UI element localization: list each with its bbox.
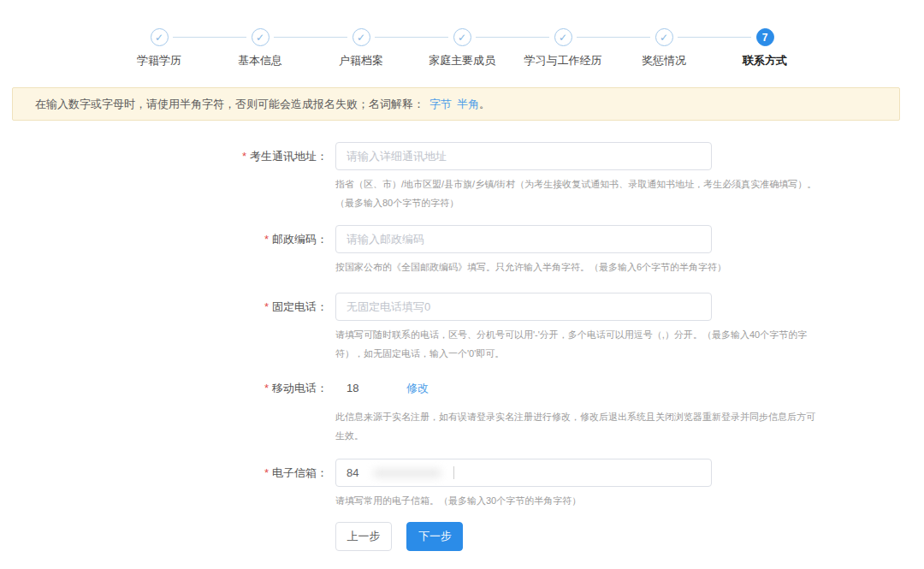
step-5-experience[interactable]: ✓ 学习与工作经历 [512, 28, 613, 68]
address-input[interactable] [335, 142, 712, 170]
step-1-education[interactable]: ✓ 学籍学历 [109, 28, 210, 68]
step-label: 奖惩情况 [642, 53, 686, 68]
required-asterisk: * [264, 233, 269, 246]
prev-step-button[interactable]: 上一步 [335, 522, 392, 551]
mobile-label: 移动电话： [272, 382, 328, 394]
mobile-value: 18 [346, 382, 358, 394]
step-circle: 7 [756, 28, 774, 46]
notice-banner: 在输入数字或字母时，请使用半角字符，否则可能会造成报名失败；名词解释：字节半角。 [12, 87, 900, 121]
notice-text: 在输入数字或字母时，请使用半角字符，否则可能会造成报名失败；名词解释： [35, 97, 424, 112]
text-cursor [453, 466, 454, 479]
postcode-input[interactable] [335, 225, 712, 253]
step-number: 7 [762, 32, 768, 44]
step-label: 学籍学历 [137, 53, 181, 68]
field-postcode: *邮政编码： 按国家公布的《全国邮政编码》填写。只允许输入半角字符。（最多输入6… [0, 225, 924, 276]
step-label: 基本信息 [238, 53, 282, 68]
required-asterisk: * [264, 382, 269, 394]
field-email: *电子信箱： 请填写常用的电子信箱。（最多输入30个字节的半角字符） [0, 459, 924, 510]
step-label: 户籍档案 [339, 53, 383, 68]
field-mobile: *移动电话： 18 修改 此信息来源于实名注册，如有误请登录实名注册进行修改，修… [0, 374, 924, 445]
step-7-contact[interactable]: 7 联系方式 [714, 28, 815, 68]
step-circle: ✓ [453, 28, 471, 46]
byte-link[interactable]: 字节 [429, 97, 452, 112]
required-asterisk: * [264, 466, 269, 479]
form-actions: 上一步 下一步 [0, 522, 924, 551]
required-asterisk: * [242, 150, 246, 163]
check-icon: ✓ [357, 32, 365, 44]
check-icon: ✓ [660, 32, 668, 44]
modify-link[interactable]: 修改 [406, 382, 429, 394]
postcode-help: 按国家公布的《全国邮政编码》填写。只允许输入半角字符。（最多输入6个字节的半角字… [335, 258, 808, 276]
stepper: ✓ 学籍学历 ✓ 基本信息 ✓ 户籍档案 ✓ 家庭主要成员 ✓ 学习与工作经历 … [0, 0, 924, 68]
step-4-family[interactable]: ✓ 家庭主要成员 [412, 28, 512, 68]
check-icon: ✓ [559, 32, 567, 44]
field-address: *考生通讯地址： 指省（区、市）/地市区盟/县市旗/乡镇/街村（为考生接收复试通… [0, 142, 924, 212]
step-6-rewards[interactable]: ✓ 奖惩情况 [613, 28, 714, 68]
step-circle: ✓ [655, 28, 673, 46]
step-label: 学习与工作经历 [524, 53, 602, 68]
censored-blur [374, 469, 441, 477]
check-icon: ✓ [458, 32, 466, 44]
next-step-button[interactable]: 下一步 [406, 522, 463, 551]
step-label: 家庭主要成员 [429, 53, 495, 68]
halfwidth-link[interactable]: 半角 [457, 97, 479, 112]
step-label: 联系方式 [743, 53, 787, 68]
email-label: 电子信箱： [272, 466, 328, 479]
notice-suffix: 。 [479, 97, 490, 112]
step-2-basic-info[interactable]: ✓ 基本信息 [210, 28, 311, 68]
registration-contact-page: ✓ 学籍学历 ✓ 基本信息 ✓ 户籍档案 ✓ 家庭主要成员 ✓ 学习与工作经历 … [0, 0, 924, 569]
contact-form: *考生通讯地址： 指省（区、市）/地市区盟/县市旗/乡镇/街村（为考生接收复试通… [0, 142, 924, 551]
step-circle: ✓ [151, 28, 169, 46]
step-circle: ✓ [554, 28, 572, 46]
required-asterisk: * [264, 300, 269, 313]
landline-label: 固定电话： [272, 300, 328, 313]
postcode-label: 邮政编码： [272, 233, 328, 246]
check-icon: ✓ [256, 32, 264, 44]
step-circle: ✓ [352, 28, 370, 46]
step-3-household[interactable]: ✓ 户籍档案 [311, 28, 412, 68]
landline-input[interactable] [335, 293, 712, 321]
field-landline: *固定电话： 请填写可随时联系的电话，区号、分机号可以用'-'分开，多个电话可以… [0, 293, 924, 363]
mobile-help: 此信息来源于实名注册，如有误请登录实名注册进行修改，修改后退出系统且关闭浏览器重… [335, 407, 820, 445]
check-icon: ✓ [155, 32, 163, 44]
address-label: 考生通讯地址： [250, 150, 328, 163]
step-circle: ✓ [252, 28, 270, 46]
address-help: 指省（区、市）/地市区盟/县市旗/乡镇/街村（为考生接收复试通知书、录取通知书地… [335, 175, 825, 212]
email-help: 请填写常用的电子信箱。（最多输入30个字节的半角字符） [335, 491, 808, 510]
landline-help: 请填写可随时联系的电话，区号、分机号可以用'-'分开，多个电话可以用逗号（,）分… [335, 325, 808, 363]
